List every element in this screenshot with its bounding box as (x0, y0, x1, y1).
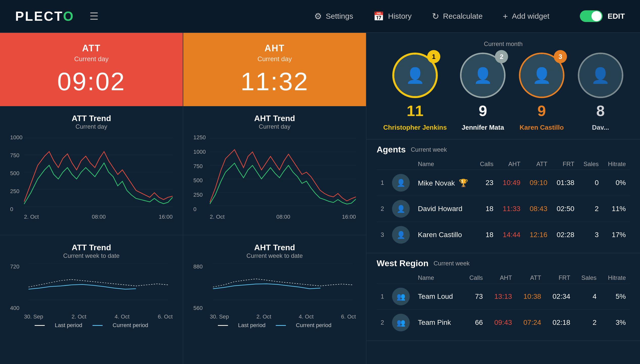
west-col-rank (377, 272, 388, 284)
west-hitrate-cell: 3% (601, 310, 630, 336)
west-att-cell: 07:24 (516, 310, 545, 336)
west-rank-cell: 2 (377, 310, 388, 336)
history-nav-item[interactable]: 📅 History (373, 11, 412, 21)
top-navigation: PLECTO ☰ ⚙ Settings 📅 History ↻ Recalcul… (0, 0, 640, 33)
last-period-label: Last period (55, 322, 82, 329)
leaderboard-period: Current month (377, 40, 630, 48)
leader-1-avatar-container: 👤 1 (392, 53, 438, 98)
settings-nav-item[interactable]: ⚙ Settings (314, 11, 353, 21)
add-widget-nav-item[interactable]: + Add widget (503, 11, 549, 21)
team-avatar: 👥 (392, 314, 410, 331)
settings-label: Settings (326, 12, 353, 20)
left-panels: ATT Current day 09:02 ATT Trend Current … (0, 33, 367, 364)
att-column: ATT Current day 09:02 ATT Trend Current … (0, 33, 183, 364)
aht-trend-chart: 1250 1000 750 500 250 0 (193, 134, 356, 220)
west-col-sales: Sales (574, 272, 601, 284)
col-hitrate: Hitrate (603, 158, 630, 170)
att-week-svg (24, 263, 173, 306)
att-cell: 09:10 (524, 170, 552, 196)
att-week-trend-section: ATT Trend Current week to date 720 400 (0, 235, 183, 364)
aht-trend-svg (210, 134, 356, 210)
leader-4-name: Dav... (592, 124, 609, 131)
leader-3-avatar-container: 👤 3 (519, 53, 564, 98)
agents-header: Agents Current week (377, 145, 630, 154)
west-region-table-section: West Region Current week Name Calls AHT … (367, 253, 640, 341)
att-trend-subtitle: Current day (10, 123, 173, 130)
att-trend-svg (24, 134, 173, 210)
aht-week-title: AHT Trend (193, 243, 356, 252)
sales-cell: 0 (578, 170, 603, 196)
west-col-aht: AHT (487, 272, 516, 284)
sales-cell: 3 (578, 222, 603, 248)
aht-cell: 11:33 (497, 196, 524, 222)
aht-value: 11:32 (193, 67, 356, 96)
west-aht-cell: 13:13 (487, 284, 516, 310)
agent-avatar: 👤 (392, 200, 410, 218)
att-trend-chart: 1000 750 500 250 0 (10, 134, 173, 220)
calls-cell: 23 (475, 170, 497, 196)
rank-cell: 2 (377, 196, 388, 222)
west-data-table: Name Calls AHT ATT FRT Sales Hitrate 1 👥… (377, 272, 630, 335)
nav-items: ⚙ Settings 📅 History ↻ Recalculate + Add… (314, 10, 625, 22)
team-avatar: 👥 (392, 288, 410, 305)
west-name-cell: Team Pink (414, 310, 463, 336)
sales-cell: 2 (578, 196, 603, 222)
aht-y-labels: 1250 1000 750 500 250 0 (193, 134, 210, 213)
att-cell: 08:43 (524, 196, 552, 222)
recalculate-nav-item[interactable]: ↻ Recalculate (432, 11, 483, 21)
west-period: Current week (433, 260, 470, 267)
calendar-icon: 📅 (373, 11, 384, 21)
hamburger-menu[interactable]: ☰ (89, 10, 99, 22)
agent-avatar: 👤 (392, 226, 410, 244)
aht-week-trend-section: AHT Trend Current week to date 880 560 (183, 235, 366, 364)
agents-table-row: 2 👤 David Howard 18 11:33 08:43 02:50 2 … (377, 196, 630, 222)
rank-cell: 1 (377, 170, 388, 196)
leader-3-name: Karen Castillo (520, 124, 564, 131)
leader-2-score: 9 (479, 102, 487, 120)
west-col-name: Name (414, 272, 463, 284)
aht-subtitle: Current day (193, 55, 356, 63)
col-att: ATT (524, 158, 552, 170)
aht-week-svg (210, 263, 356, 306)
leader-4-score: 8 (596, 102, 605, 120)
west-rank-cell: 1 (377, 284, 388, 310)
west-name-cell: Team Loud (414, 284, 463, 310)
leaderboard-row: 👤 1 11 Christopher Jenkins 👤 2 (377, 53, 630, 131)
west-avatar-cell: 👥 (388, 310, 414, 336)
rank-cell: 3 (377, 222, 388, 248)
edit-toggle[interactable] (580, 10, 603, 22)
aht-x-labels: 2. Oct 08:00 16:00 (210, 214, 356, 220)
col-frt: FRT (552, 158, 579, 170)
recalculate-label: Recalculate (443, 12, 483, 20)
col-aht: AHT (497, 158, 524, 170)
agents-table-row: 3 👤 Karen Castillo 18 14:44 12:16 02:28 … (377, 222, 630, 248)
add-widget-label: Add widget (512, 12, 549, 20)
att-trend-day-section: ATT Trend Current day 1000 750 500 250 0 (0, 106, 183, 235)
att-metric-card: ATT Current day 09:02 (0, 33, 183, 106)
west-att-cell: 10:38 (516, 284, 545, 310)
leader-3-rank-badge: 3 (554, 50, 567, 63)
west-frt-cell: 02:34 (545, 284, 574, 310)
att-value: 09:02 (10, 67, 173, 96)
history-label: History (388, 12, 412, 20)
logo: PLECTO (15, 9, 74, 24)
aht-column: AHT Current day 11:32 AHT Trend Current … (183, 33, 367, 364)
hitrate-cell: 17% (603, 222, 630, 248)
avatar-cell: 👤 (388, 196, 414, 222)
aht-week-subtitle: Current week to date (193, 252, 356, 259)
att-trend-title: ATT Trend (10, 114, 173, 123)
agents-table-header-row: Name Calls AHT ATT FRT Sales Hitrate (377, 158, 630, 170)
att-title: ATT (10, 43, 173, 54)
edit-label: EDIT (608, 12, 625, 20)
aht-trend-subtitle: Current day (193, 123, 356, 130)
aht-title: AHT (193, 43, 356, 54)
hitrate-cell: 0% (603, 170, 630, 196)
agents-table-row: 1 👤 Mike Novak 🏆 23 10:49 09:10 01:38 0 … (377, 170, 630, 196)
leader-2-name: Jennifer Mata (462, 124, 504, 131)
att-trend-legend: Last period Current period (10, 322, 173, 329)
aht-week-chart: 880 560 30. Sep (193, 263, 356, 319)
west-col-avatar (388, 272, 414, 284)
aht-trend-legend: Last period Current period (193, 322, 356, 329)
name-cell: David Howard (414, 196, 475, 222)
leader-4: 👤 8 Dav... (578, 53, 623, 131)
